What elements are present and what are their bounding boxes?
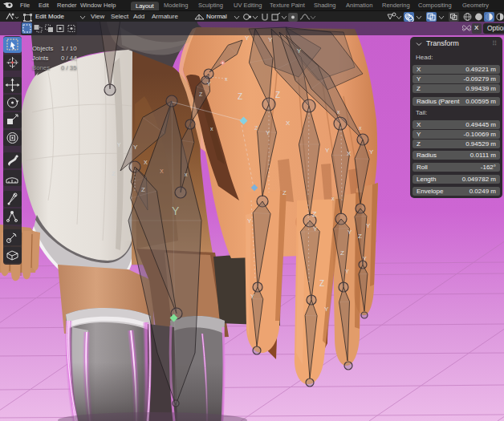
svg-text:Z: Z	[340, 249, 344, 257]
svg-text:Y: Y	[266, 129, 270, 136]
svg-text:Y: Y	[268, 36, 273, 43]
svg-text:Y: Y	[313, 225, 318, 233]
svg-text:X: X	[347, 150, 352, 157]
svg-text:Y: Y	[172, 204, 180, 217]
svg-text:X: X	[144, 160, 148, 165]
svg-text:Y: Y	[363, 256, 367, 261]
svg-text:Y: Y	[207, 81, 211, 87]
svg-text:Z: Z	[282, 189, 287, 196]
svg-text:Y: Y	[324, 306, 329, 313]
svg-text:Y: Y	[345, 269, 349, 274]
svg-text:Y: Y	[250, 293, 255, 300]
svg-text:x: x	[331, 196, 335, 201]
svg-text:Y: Y	[117, 142, 121, 148]
svg-text:x: x	[185, 172, 188, 177]
svg-text:Z: Z	[312, 210, 317, 218]
svg-text:Y: Y	[133, 144, 138, 151]
svg-text:Y: Y	[247, 217, 252, 225]
svg-text:Y: Y	[369, 148, 374, 156]
svg-text:x: x	[225, 76, 228, 82]
svg-text:Y: Y	[245, 34, 250, 42]
svg-text:Z: Z	[238, 92, 242, 101]
svg-text:Y: Y	[325, 147, 330, 154]
svg-text:Z: Z	[254, 125, 258, 131]
svg-text:X: X	[160, 168, 164, 174]
svg-text:Z: Z	[275, 91, 280, 99]
svg-text:X: X	[286, 119, 291, 127]
svg-text:Y: Y	[366, 222, 371, 229]
svg-text:Z: Z	[141, 186, 145, 193]
svg-text:x: x	[210, 126, 213, 132]
svg-text:x: x	[337, 109, 340, 115]
svg-text:Z: Z	[358, 233, 362, 240]
svg-text:x: x	[359, 125, 362, 131]
svg-text:Z: Z	[319, 279, 324, 288]
svg-text:Y: Y	[297, 47, 302, 55]
svg-text:Z: Z	[199, 91, 203, 97]
svg-text:Z: Z	[112, 170, 116, 177]
svg-text:Y: Y	[348, 229, 352, 236]
